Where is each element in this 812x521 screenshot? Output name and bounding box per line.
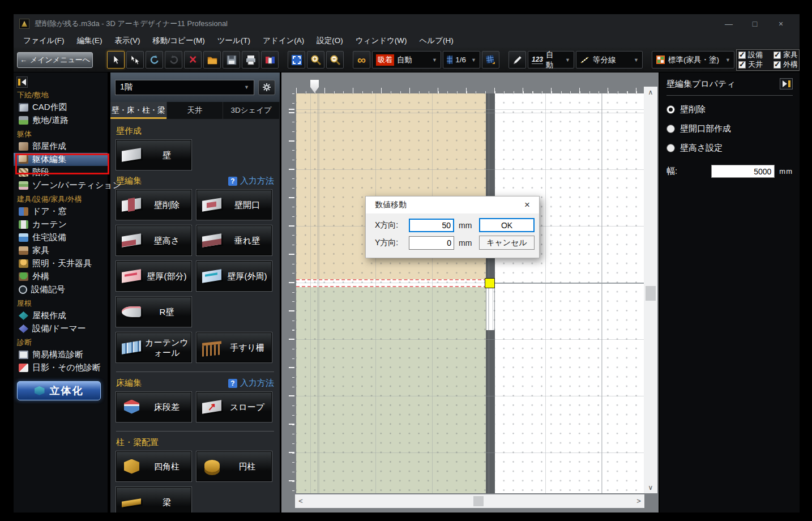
menu-tools[interactable]: ツール(T) [211,35,257,47]
select-tool-button[interactable] [107,51,125,69]
floor-dropdown[interactable]: 1階 ▼ [115,80,254,95]
sidebar-item-equipment-symbol[interactable]: 設備記号 [14,283,108,296]
tool-hanging-wall[interactable]: 垂れ壁 [196,225,272,255]
tool-r-wall[interactable]: R壁 [116,297,191,327]
fit-view-button[interactable] [288,51,305,69]
radio-wall-height-set[interactable]: 壁高さ設定 [666,143,793,153]
sidebar-item-lighting[interactable]: 照明・天井器具 [14,257,108,270]
redo-button[interactable] [165,51,182,69]
tool-round-column[interactable]: 円柱 [196,451,272,481]
sidebar-item-shadow-check[interactable]: 日影・その他診断 [14,361,108,374]
menu-help[interactable]: ヘルプ(H) [413,35,460,47]
snap-mode-dropdown[interactable]: 吸着 自動 ▼ [372,51,441,69]
sidebar-item-door-window[interactable]: ドア・窓 [14,205,108,218]
main-menu-button[interactable]: ← メインメニューへ [17,52,93,68]
sidebar-item-exterior[interactable]: 外構 [14,270,108,283]
sidebar-item-site-road[interactable]: 敷地/道路 [14,114,108,127]
divide-line-dropdown[interactable]: 等分線 ▼ [576,51,643,69]
tool-wall-opening[interactable]: 壁開口 [196,190,272,220]
print-button[interactable] [242,51,259,69]
tool-wall-thickness-part[interactable]: 壁厚(部分) [116,261,191,291]
scroll-up-icon[interactable]: ∧ [644,87,657,98]
dialog-title-bar[interactable]: 数値移動 × [366,197,539,213]
sidebar-item-curtain[interactable]: カーテン [14,218,108,231]
sidebar-item-dormer[interactable]: 設備/ドーマー [14,322,108,335]
tool-slope[interactable]: スロープ [196,392,272,422]
multi-select-tool-button[interactable] [126,51,144,69]
floor-settings-button[interactable] [258,80,275,95]
menu-file[interactable]: ファイル(F) [17,35,71,47]
width-input[interactable] [711,165,775,178]
delete-button[interactable]: × [184,51,202,69]
tab-3d-shape[interactable]: 3Dシェイプ [223,102,280,119]
sidebar-item-frame-edit[interactable]: 躯体編集 [14,153,108,166]
dimension-mode-dropdown[interactable]: 123 自動 ▼ [528,51,574,69]
scroll-left-icon[interactable]: < [295,494,306,508]
grid-division-dropdown[interactable]: 1/6 ▼ [443,51,480,69]
horizontal-scroll-thumb[interactable] [473,496,484,506]
continuous-input-button[interactable]: ∞ [353,51,370,69]
sidebar-collapse-button[interactable] [16,76,28,88]
save-button[interactable] [223,51,240,69]
sidebar-item-structure-check[interactable]: 簡易構造診断 [14,348,108,361]
zoom-in-button[interactable] [307,51,324,69]
dialog-close-icon[interactable]: × [520,199,535,211]
horizontal-scrollbar[interactable]: < > [295,494,644,508]
grid-rotate-button[interactable] [482,51,499,69]
menu-settings[interactable]: 設定(O) [310,35,349,47]
checkbox-furniture[interactable]: 家具 [773,50,800,60]
checkbox-ceiling[interactable]: 天井 [738,60,773,70]
minimize-button[interactable]: — [716,18,742,29]
menu-view[interactable]: 表示(V) [109,35,147,47]
tool-beam[interactable]: 梁 [116,487,191,513]
menu-addin[interactable]: アドイン(A) [257,35,310,47]
export-image-button[interactable] [261,51,279,69]
x-direction-input[interactable] [409,219,454,232]
checkbox-equipment[interactable]: 設備 [738,50,773,60]
radio-wall-opening-create[interactable]: 壁開口部作成 [666,123,793,134]
y-direction-input[interactable] [409,236,454,250]
close-button[interactable]: × [768,18,794,29]
ok-button[interactable]: OK [479,218,535,232]
sidebar-item-stairs[interactable]: 階段 [14,166,108,179]
to-3d-button[interactable]: 立体化 [17,381,101,400]
tab-ceiling[interactable]: 天井 [167,102,224,119]
menu-move-copy[interactable]: 移動/コピー(M) [147,35,211,47]
undo-button[interactable] [146,51,163,69]
tool-wall-delete[interactable]: 壁削除 [116,190,191,220]
scroll-down-icon[interactable]: ∨ [644,482,657,493]
selection-handle[interactable] [485,278,495,288]
radio-wall-delete[interactable]: 壁削除 [666,104,793,115]
drawing-canvas[interactable]: ∧ ∨ < > [280,72,659,513]
tool-handrail[interactable]: 手すり柵 [196,332,272,362]
tool-square-column[interactable]: 四角柱 [116,451,191,481]
tool-wall[interactable]: 壁 [116,140,191,170]
scroll-right-icon[interactable]: > [633,494,644,508]
measure-tool-button[interactable] [508,51,526,69]
menu-window[interactable]: ウィンドウ(W) [349,35,413,47]
sidebar-item-furniture[interactable]: 家具 [14,244,108,257]
tab-wall-floor-column-beam[interactable]: 壁・床・柱・梁 [110,102,167,119]
sidebar-item-zone-partition[interactable]: ゾーン/パーティション [14,179,108,192]
sidebar-item-room-create[interactable]: 部屋作成 [14,140,108,153]
sidebar-item-housing-equipment[interactable]: 住宅設備 [14,231,108,244]
tool-curtain-wall[interactable]: カーテンウォール [116,332,191,362]
input-method-link[interactable]: ?入力方法 [228,176,274,186]
tool-wall-thickness-outer[interactable]: 壁厚(外周) [196,261,272,291]
vertical-scroll-thumb[interactable] [646,286,656,301]
floor-plan[interactable] [296,93,644,493]
maximize-button[interactable]: □ [742,18,768,29]
tool-wall-height[interactable]: 壁高さ [116,225,191,255]
cancel-button[interactable]: キャンセル [479,236,535,250]
checkbox-exterior[interactable]: 外構 [773,60,800,70]
zoom-out-button[interactable] [326,51,344,69]
sidebar-item-roof-create[interactable]: 屋根作成 [14,309,108,322]
open-file-button[interactable] [203,51,221,69]
menu-edit[interactable]: 編集(E) [71,35,109,47]
sidebar-item-cad[interactable]: CAD作図 [14,101,108,114]
display-style-dropdown[interactable]: 標準(家具・塗) ▼ [652,51,734,69]
tool-floor-step[interactable]: 床段差 [116,392,191,422]
input-method-link[interactable]: ?入力方法 [228,378,274,388]
vertical-scrollbar[interactable]: ∧ ∨ [644,87,657,493]
panel-collapse-button[interactable] [780,78,793,89]
